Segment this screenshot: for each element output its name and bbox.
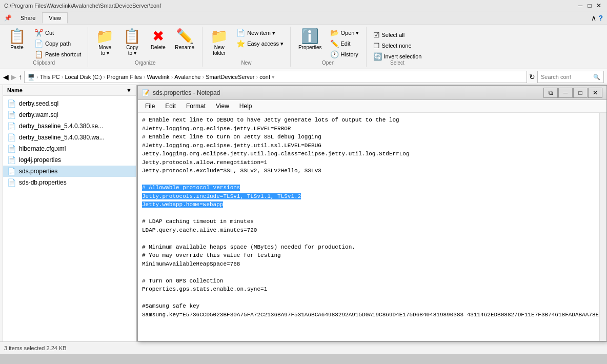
history-button[interactable]: 🕐 History xyxy=(328,49,362,59)
open-label: Open ▾ xyxy=(341,30,359,36)
notepad-menu-item[interactable]: Format xyxy=(181,101,211,111)
notepad-close-button[interactable]: ✕ xyxy=(588,88,602,98)
select-none-button[interactable]: ☐ Select none xyxy=(371,41,424,51)
notepad-content: # Enable next line to DEBUG to have Jett… xyxy=(138,113,606,341)
file-name: sds-db.properties xyxy=(19,179,67,186)
new-item-icon: 📄 xyxy=(236,29,245,37)
easy-access-label: Easy access ▾ xyxy=(247,41,284,47)
file-name: sds.properties xyxy=(19,168,57,175)
window-close-button[interactable]: ✕ xyxy=(595,2,603,10)
select-all-button[interactable]: ☑ Select all xyxy=(371,30,424,40)
clipboard-small-buttons: ✂️ Cut 📄 Copy path 📋 Paste shortcut xyxy=(32,28,84,59)
search-input[interactable] xyxy=(541,74,593,80)
file-list[interactable]: 📄derby.seed.sql📄derby.wam.sql📄derby_base… xyxy=(3,96,136,341)
notepad-menubar: FileEditFormatViewHelp xyxy=(138,100,606,113)
notepad-menu-item[interactable]: View xyxy=(211,101,234,111)
notepad-menu-item[interactable]: Help xyxy=(234,101,257,111)
back-icon[interactable]: ◀ xyxy=(3,73,9,81)
file-list-item[interactable]: 📄sds.properties xyxy=(3,166,136,177)
notepad-scrollbar[interactable] xyxy=(599,113,606,341)
ribbon-content: 📋 Paste ✂️ Cut 📄 Copy path 📋 Paste short… xyxy=(0,25,607,69)
breadcrumb-program-files[interactable]: Program Files xyxy=(107,74,141,80)
notepad-maximize-button[interactable]: □ xyxy=(573,88,588,98)
clipboard-group: 📋 Paste ✂️ Cut 📄 Copy path 📋 Paste short… xyxy=(0,27,88,67)
organize-group: 📁 Moveto ▾ 📋 Copyto ▾ ✖ Delete ✏️ Rename… xyxy=(88,27,203,67)
column-name: Name xyxy=(7,87,23,93)
file-icon: 📄 xyxy=(7,99,16,108)
new-folder-icon: 📁 xyxy=(210,29,228,44)
move-to-icon: 📁 xyxy=(96,29,114,44)
file-list-item[interactable]: 📄derby_baseline_5.4.0.380.se... xyxy=(3,120,136,132)
edit-button[interactable]: ✏️ Edit xyxy=(328,38,362,49)
window-minimize-button[interactable]: ─ xyxy=(576,2,584,10)
breadcrumb-local-disk[interactable]: Local Disk (C:) xyxy=(65,74,102,80)
notepad-menu-item[interactable]: File xyxy=(140,101,160,111)
window-maximize-button[interactable]: □ xyxy=(585,2,594,10)
refresh-icon[interactable]: ↻ xyxy=(529,73,535,81)
easy-access-button[interactable]: ⭐ Easy access ▾ xyxy=(234,38,286,49)
notepad-icon: 📝 xyxy=(142,89,150,96)
notepad-restore-button[interactable]: ⧉ xyxy=(543,88,558,98)
new-small-buttons: 📄 New item ▾ ⭐ Easy access ▾ xyxy=(234,28,286,49)
file-name: derby.wam.sql xyxy=(19,111,58,118)
main-layout: Name ▼ 📄derby.seed.sql📄derby.wam.sql📄der… xyxy=(0,85,607,341)
file-icon: 📄 xyxy=(7,111,16,119)
file-icon: 📄 xyxy=(7,122,16,130)
breadcrumb-conf[interactable]: conf xyxy=(259,74,270,80)
paste-button[interactable]: 📋 Paste xyxy=(4,28,30,52)
open-icon: 📂 xyxy=(330,29,339,37)
rename-button[interactable]: ✏️ Rename xyxy=(171,28,198,52)
sort-icon: ▼ xyxy=(126,87,132,93)
tab-view[interactable]: View xyxy=(42,12,68,24)
copy-to-icon: 📋 xyxy=(123,29,141,44)
file-icon: 📄 xyxy=(7,133,16,141)
cut-label: Cut xyxy=(45,30,54,36)
copy-path-button[interactable]: 📄 Copy path xyxy=(32,38,84,49)
move-to-button[interactable]: 📁 Moveto ▾ xyxy=(92,28,117,57)
file-list-item[interactable]: 📄derby.seed.sql xyxy=(3,98,136,109)
sidebar-header: Name ▼ xyxy=(3,85,136,96)
new-folder-label: Newfolder xyxy=(213,45,226,56)
file-list-item[interactable]: 📄sds-db.properties xyxy=(3,177,136,188)
paste-label: Paste xyxy=(10,45,24,50)
breadcrumb-wavelink[interactable]: Wavelink xyxy=(147,74,169,80)
copy-to-button[interactable]: 📋 Copyto ▾ xyxy=(119,28,145,57)
file-list-item[interactable]: 📄log4j.properties xyxy=(3,154,136,166)
notepad-title-text: sds.properties - Notepad xyxy=(153,89,220,96)
copy-path-icon: 📄 xyxy=(34,39,43,48)
breadcrumb-smart-device-server[interactable]: SmartDeviceServer xyxy=(206,74,254,80)
forward-icon[interactable]: ▶ xyxy=(11,73,16,81)
clipboard-group-label: Clipboard xyxy=(0,60,88,66)
paste-shortcut-label: Paste shortcut xyxy=(45,51,81,57)
paste-shortcut-button[interactable]: 📋 Paste shortcut xyxy=(32,49,84,59)
select-none-label: Select none xyxy=(382,43,412,49)
select-items: ☑ Select all ☐ Select none 🔄 Invert sele… xyxy=(371,30,424,62)
title-bar: C:\Program Files\Wavelink\Avalanche\Smar… xyxy=(0,0,607,11)
new-folder-button[interactable]: 📁 Newfolder xyxy=(207,28,232,57)
cut-button[interactable]: ✂️ Cut xyxy=(32,28,84,38)
file-list-item[interactable]: 📄derby.wam.sql xyxy=(3,109,136,120)
collapse-ribbon-icon[interactable]: ∧ xyxy=(591,14,596,22)
delete-button[interactable]: ✖ Delete xyxy=(147,28,169,52)
notepad-menu-item[interactable]: Edit xyxy=(160,101,181,111)
breadcrumb-this-pc[interactable]: This PC xyxy=(40,74,60,80)
select-all-label: Select all xyxy=(382,32,405,38)
file-list-item[interactable]: 📄hibernate.cfg.xml xyxy=(3,143,136,154)
tab-share[interactable]: Share xyxy=(14,12,42,23)
rename-label: Rename xyxy=(175,45,194,50)
invert-selection-label: Invert selection xyxy=(384,53,422,59)
search-box[interactable]: 🔍 xyxy=(537,71,604,83)
move-to-label: Moveto ▾ xyxy=(99,45,111,56)
open-button[interactable]: 📂 Open ▾ xyxy=(328,28,362,38)
file-list-item[interactable]: 📄derby_baseline_5.4.0.380.wa... xyxy=(3,132,136,143)
up-icon[interactable]: ↑ xyxy=(18,73,22,81)
new-item-button[interactable]: 📄 New item ▾ xyxy=(234,28,286,38)
properties-button[interactable]: ℹ️ Properties xyxy=(295,28,326,52)
edit-label: Edit xyxy=(341,41,351,47)
status-bar: 3 items selected 2.24 KB xyxy=(0,341,607,354)
breadcrumb[interactable]: 🖥️ › This PC › Local Disk (C:) › Program… xyxy=(24,71,527,83)
search-icon: 🔍 xyxy=(593,74,600,80)
help-icon[interactable]: ? xyxy=(598,14,603,22)
breadcrumb-avalanche[interactable]: Avalanche xyxy=(174,74,200,80)
notepad-minimize-button[interactable]: ─ xyxy=(558,88,573,98)
